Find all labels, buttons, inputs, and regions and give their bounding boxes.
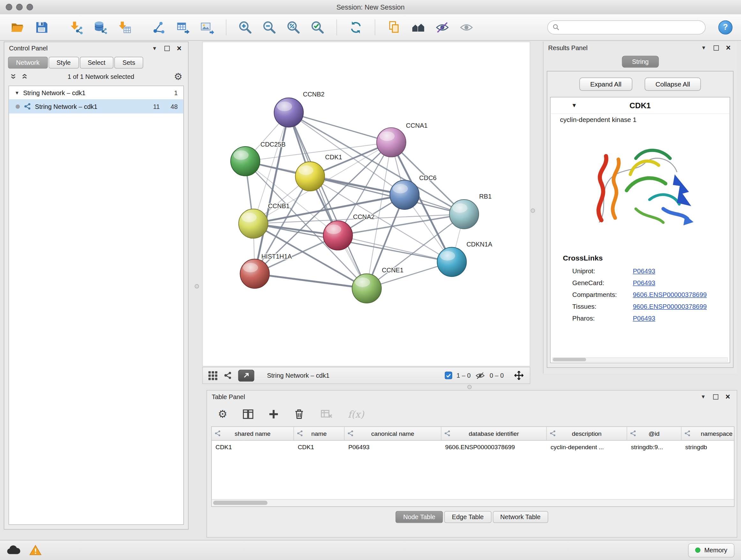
refresh-layout-button[interactable] xyxy=(347,18,365,37)
tab-style[interactable]: Style xyxy=(49,57,79,69)
add-column-icon[interactable] xyxy=(266,407,280,421)
show-columns-icon[interactable] xyxy=(241,407,255,421)
cell-namespace[interactable]: stringdb xyxy=(681,443,734,450)
crosslink-compartments-link[interactable]: 9606.ENSP00000378699 xyxy=(633,291,707,298)
splitter-handle[interactable] xyxy=(468,385,472,389)
crosslink-label: Uniprot: xyxy=(572,267,633,274)
birds-eye-view-icon[interactable] xyxy=(514,370,524,381)
tab-network-table[interactable]: Network Table xyxy=(493,511,548,523)
selected-checkbox-icon[interactable] xyxy=(445,372,452,379)
network-share-icon[interactable] xyxy=(223,371,232,380)
table-row[interactable]: CDK1 CDK1 P06493 9606.ENSP00000378699 cy… xyxy=(212,441,734,453)
tab-sets[interactable]: Sets xyxy=(114,57,143,69)
tab-select[interactable]: Select xyxy=(80,57,114,69)
disclosure-triangle-icon[interactable]: ▼ xyxy=(571,102,577,109)
panel-close-icon[interactable]: × xyxy=(724,392,732,401)
export-image-button[interactable] xyxy=(198,18,216,37)
results-tab-string[interactable]: String xyxy=(622,56,658,68)
panel-close-icon[interactable]: × xyxy=(175,44,184,53)
panel-float-icon[interactable] xyxy=(712,44,720,52)
column-type-icon xyxy=(630,430,636,436)
network-collection-row[interactable]: ▼ String Network – cdk1 1 xyxy=(9,86,183,99)
help-button[interactable]: ? xyxy=(718,20,732,34)
cell-name[interactable]: CDK1 xyxy=(294,443,344,450)
tab-edge-table[interactable]: Edge Table xyxy=(444,511,491,523)
string-network-graph[interactable]: CCNB2CCNA1CDC25BCDK1CDC6RB1CCNB1CCNA2CDK… xyxy=(203,42,530,366)
scrollbar-thumb[interactable] xyxy=(553,358,586,361)
panel-collapse-icon[interactable]: ▼ xyxy=(699,44,708,52)
zoom-out-button[interactable] xyxy=(260,18,278,37)
delete-column-trash-icon[interactable] xyxy=(292,407,306,421)
crosslink-pharos-link[interactable]: P06493 xyxy=(633,315,655,322)
memory-button[interactable]: Memory xyxy=(688,543,735,557)
collapse-all-icon[interactable] xyxy=(10,73,17,80)
control-panel-tabs: Network Style Select Sets xyxy=(4,54,188,69)
scrollbar-thumb[interactable] xyxy=(213,501,267,505)
cell-description[interactable]: cyclin-dependent ... xyxy=(547,443,627,450)
expand-all-button[interactable]: Expand All xyxy=(579,78,632,91)
table-horizontal-scrollbar[interactable] xyxy=(212,499,734,506)
network-row-selected[interactable]: String Network – cdk1 11 48 xyxy=(9,99,183,113)
open-session-button[interactable] xyxy=(9,18,26,37)
grid-view-icon[interactable] xyxy=(208,371,217,380)
splitter-handle[interactable] xyxy=(531,208,535,212)
cell-id[interactable]: stringdb:9... xyxy=(627,443,681,450)
panel-collapse-icon[interactable]: ▼ xyxy=(150,44,159,53)
network-collection-count: 1 xyxy=(174,89,178,96)
column-header-shared-name[interactable]: shared name xyxy=(212,427,294,440)
disclosure-triangle-icon[interactable]: ▼ xyxy=(15,90,19,95)
cloud-status-icon[interactable] xyxy=(7,545,21,555)
search-icon xyxy=(552,23,559,30)
cell-database-identifier[interactable]: 9606.ENSP00000378699 xyxy=(441,443,547,450)
cell-shared-name[interactable]: CDK1 xyxy=(212,443,294,450)
panel-close-icon[interactable]: × xyxy=(724,44,733,52)
search-box[interactable] xyxy=(547,20,705,34)
import-network-file-icon xyxy=(69,20,83,34)
crosslink-tissues-link[interactable]: 9606.ENSP00000378699 xyxy=(633,303,707,310)
column-header-canonical-name[interactable]: canonical name xyxy=(345,427,442,440)
tab-node-table[interactable]: Node Table xyxy=(396,511,443,523)
hide-selected-button[interactable] xyxy=(433,18,451,37)
graphics-details-button[interactable] xyxy=(238,369,254,381)
import-network-file-button[interactable] xyxy=(67,18,85,37)
hidden-eye-slash-icon[interactable] xyxy=(475,371,485,379)
warning-icon[interactable] xyxy=(29,545,42,556)
first-neighbors-button[interactable] xyxy=(409,18,427,37)
zoom-in-button[interactable] xyxy=(236,18,254,37)
column-header-description[interactable]: description xyxy=(547,427,627,440)
gene-header-row[interactable]: ▼ CDK1 xyxy=(550,98,730,114)
crosslink-uniprot-link[interactable]: P06493 xyxy=(633,267,655,274)
new-network-button[interactable] xyxy=(150,18,167,37)
column-label: namespace xyxy=(701,430,733,437)
cell-canonical-name[interactable]: P06493 xyxy=(345,443,442,450)
svg-text:CDC25B: CDC25B xyxy=(260,141,286,148)
zoom-selected-button[interactable] xyxy=(309,18,327,37)
results-horizontal-scrollbar[interactable] xyxy=(552,358,728,362)
table-settings-gear-icon[interactable]: ⚙ xyxy=(215,407,229,421)
svg-text:CCNB1: CCNB1 xyxy=(268,202,290,209)
copy-button[interactable] xyxy=(385,18,403,37)
network-options-gear-icon[interactable]: ⚙ xyxy=(174,72,183,81)
new-table-button[interactable] xyxy=(174,18,192,37)
panel-float-icon[interactable] xyxy=(162,44,171,53)
crosslink-row: Pharos: P06493 xyxy=(550,313,730,324)
zoom-fit-button[interactable] xyxy=(285,18,302,37)
show-all-button[interactable] xyxy=(458,18,475,37)
search-input[interactable] xyxy=(562,23,700,31)
column-header-database-identifier[interactable]: database identifier xyxy=(441,427,547,440)
panel-float-icon[interactable] xyxy=(711,392,720,401)
column-header-id[interactable]: @id xyxy=(627,427,681,440)
save-session-button[interactable] xyxy=(32,18,51,37)
column-header-name[interactable]: name xyxy=(294,427,344,440)
crosslink-genecard-link[interactable]: P06493 xyxy=(633,279,655,287)
collapse-all-button[interactable]: Collapse All xyxy=(645,78,701,91)
import-network-database-button[interactable] xyxy=(91,18,109,37)
network-canvas[interactable]: CCNB2CCNA1CDC25BCDK1CDC6RB1CCNB1CCNA2CDK… xyxy=(202,42,530,366)
panel-collapse-icon[interactable]: ▼ xyxy=(699,392,708,401)
column-header-namespace[interactable]: namespace xyxy=(681,427,734,440)
crosslink-label: Tissues: xyxy=(572,303,633,310)
expand-all-icon[interactable] xyxy=(21,73,28,80)
tab-network[interactable]: Network xyxy=(8,57,48,69)
import-table-file-button[interactable] xyxy=(115,18,133,37)
splitter-handle[interactable] xyxy=(195,284,199,288)
